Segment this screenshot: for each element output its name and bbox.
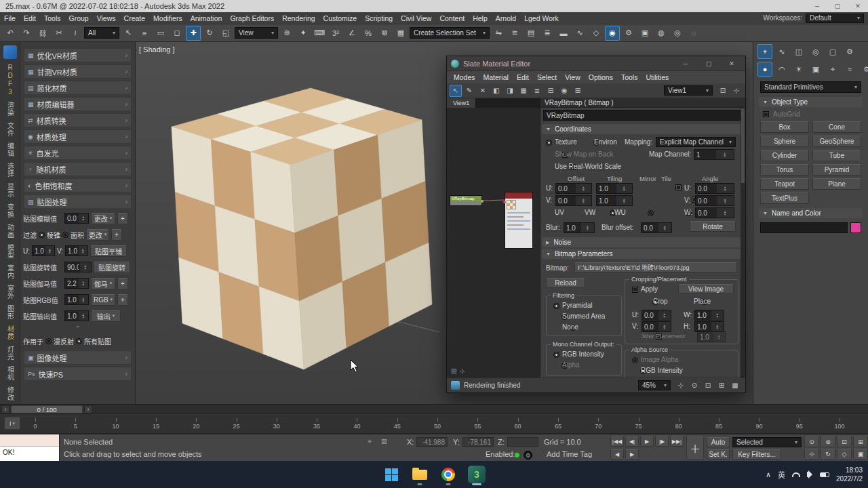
object-type-textplus-button[interactable]: TextPlus [760, 192, 809, 204]
slate-show-background-icon[interactable]: ▦ [517, 85, 530, 97]
modify-tab-icon[interactable]: ∿ [774, 44, 789, 59]
material-node[interactable] [505, 192, 533, 249]
listener-line[interactable]: OK! [0, 447, 59, 462]
curve-editor-icon[interactable]: ∿ [572, 26, 587, 41]
map-tile-button[interactable]: 贴图平铺 [90, 245, 127, 257]
area-filter-radio[interactable] [62, 232, 68, 238]
orbit-icon[interactable]: ↻ [821, 449, 835, 460]
utilities-tab-icon[interactable]: ⚙ [842, 44, 857, 59]
ime-indicator[interactable]: 英 [778, 469, 785, 480]
u-offset-field[interactable]: 0.0 [555, 183, 592, 194]
slate-menu-view[interactable]: View [561, 73, 585, 81]
slate-close-button[interactable]: ✕ [722, 60, 741, 67]
zoom-all-icon[interactable]: ⊚ [821, 436, 835, 447]
select-and-rotate-icon[interactable]: ↻ [202, 26, 217, 41]
rail-item-修改[interactable]: 修改 [7, 384, 14, 404]
close-button[interactable]: ✕ [848, 3, 868, 9]
x-coordinate-field[interactable]: -41.988 [416, 437, 448, 447]
plugin-tool-button[interactable]: ⁘随机材质› [24, 162, 132, 176]
spinner-arrows[interactable] [576, 184, 592, 193]
plugin-tool-button[interactable]: ◉材质处理› [24, 129, 132, 144]
slate-status-zoom-extents-icon[interactable]: ⊞ [715, 380, 728, 392]
map-channel-field[interactable]: 1 [694, 149, 734, 160]
rail-item-编辑[interactable]: 编辑 [7, 140, 14, 160]
slate-material-preview-icon[interactable]: ◉ [558, 85, 570, 97]
menu-content[interactable]: Content [435, 14, 469, 22]
macro-recorder-line[interactable] [0, 434, 59, 447]
spinner-arrows[interactable] [713, 332, 726, 342]
render-iterative-icon[interactable]: ◎ [670, 26, 685, 41]
spinner-arrows[interactable] [79, 295, 89, 304]
spinner-arrows[interactable] [711, 310, 724, 320]
plugin-tool-button[interactable]: ▦优化VR材质› [24, 48, 132, 62]
enabled-count-badge[interactable]: 0 [524, 451, 532, 460]
file-explorer-icon[interactable] [409, 464, 431, 485]
spinner-arrows[interactable] [717, 196, 734, 205]
plugin-tool-button[interactable]: ◐色相饱和度› [24, 178, 132, 192]
map-gamma-field[interactable]: 2.2 [64, 278, 89, 289]
plugin-tool-button[interactable]: ▨贴图处理› [24, 195, 132, 209]
slate-delete-icon[interactable]: ✕ [477, 85, 489, 97]
window-titlebar[interactable]: 25.max - 0.67M @ 2022-07-02 18:02:18 - A… [0, 0, 868, 12]
space-warps-icon[interactable]: ≈ [842, 62, 857, 77]
parameter-scrollbar[interactable] [741, 108, 745, 378]
menu-tools[interactable]: Tools [40, 14, 65, 22]
apply-checkbox[interactable] [632, 287, 638, 293]
w-angle-field[interactable]: 0.0 [695, 207, 734, 218]
angle-snap-icon[interactable]: ∠ [344, 26, 359, 41]
slate-maximize-button[interactable]: ▢ [699, 60, 718, 67]
object-type-rollout[interactable]: Object Type [759, 97, 863, 107]
tiling-v-field[interactable]: 1.0 [65, 245, 88, 256]
lights-icon[interactable]: ☀ [791, 62, 806, 77]
percent-snap-icon[interactable]: % [361, 26, 376, 41]
object-type-box-button[interactable]: Box [760, 121, 809, 133]
view-image-button[interactable]: View Image [678, 284, 734, 293]
keyboard-shortcut-override-icon[interactable]: ⌨ [312, 26, 327, 41]
menu-edit[interactable]: Edit [20, 14, 40, 22]
minimize-button[interactable]: ─ [807, 3, 827, 9]
rail-item-室内[interactable]: 室内 [7, 262, 14, 282]
maximize-viewport-icon[interactable]: ▣ [853, 449, 868, 460]
slate-status-layout-icon[interactable]: ▦ [729, 380, 741, 392]
tray-expand-icon[interactable]: ∧ [766, 470, 771, 479]
key-filters-button[interactable]: Key Filters... [732, 449, 781, 460]
slate-menu-edit[interactable]: Edit [513, 73, 533, 81]
time-forward-button[interactable]: › [84, 405, 92, 413]
layer-explorer-icon[interactable]: ≣ [540, 26, 555, 41]
rail-item-材质[interactable]: 材质 [7, 323, 14, 343]
object-type-geosphere-button[interactable]: GeoSphere [812, 136, 861, 147]
menu-arnold[interactable]: Arnold [492, 14, 520, 22]
spinner-arrows[interactable] [716, 150, 734, 159]
slate-material-editor-window[interactable]: Slate Material Editor ─ ▢ ✕ ModesMateria… [446, 56, 746, 393]
map-rgb-field[interactable]: 1.0 [64, 294, 89, 305]
slate-layout-all-icon[interactable]: ≣ [531, 85, 543, 97]
autogrid-checkbox[interactable] [763, 111, 769, 117]
add-time-tag[interactable]: Add Time Tag [547, 450, 592, 458]
mirror-icon[interactable]: ⇋ [491, 26, 506, 41]
object-type-cone-button[interactable]: Cone [812, 121, 861, 133]
previous-frame-icon[interactable]: ◀ [610, 449, 624, 460]
slate-zoom-extents-icon[interactable]: ⊡ [717, 85, 729, 97]
3ds-max-taskbar-icon[interactable]: 3 [466, 464, 488, 485]
maximize-button[interactable]: ▢ [827, 3, 848, 9]
slate-layout-children-icon[interactable]: ⊟ [545, 85, 557, 97]
zoom-extents-icon[interactable]: ⊡ [837, 436, 852, 447]
spinner-arrows[interactable] [717, 184, 734, 193]
texture-radio[interactable] [546, 140, 552, 146]
menu-scripting[interactable]: Scripting [361, 14, 397, 22]
next-frame-icon[interactable]: ▶ [625, 449, 639, 460]
filter-change-button[interactable]: 更改 [86, 229, 109, 241]
u-tiling-field[interactable]: 1.0 [596, 183, 633, 194]
spinner-arrows[interactable] [79, 279, 89, 288]
rail-item-室外[interactable]: 室外 [7, 282, 14, 302]
bitmap-node[interactable]: VRayBitmap [450, 195, 482, 206]
set-keys-button[interactable]: ＋ [686, 436, 704, 460]
selection-filter-dropdown[interactable]: All [84, 27, 119, 39]
time-back-button[interactable]: ‹ [1, 405, 9, 413]
create-tab-icon[interactable]: + [757, 44, 772, 59]
selection-lock-icon[interactable]: ⊠ [381, 437, 387, 446]
menu-modifiers[interactable]: Modifiers [149, 14, 186, 22]
mapping-dropdown[interactable]: Explicit Map Channel [656, 137, 736, 147]
u-mirror-checkbox[interactable] [675, 184, 682, 190]
rail-item-选择[interactable]: 选择 [7, 160, 14, 180]
